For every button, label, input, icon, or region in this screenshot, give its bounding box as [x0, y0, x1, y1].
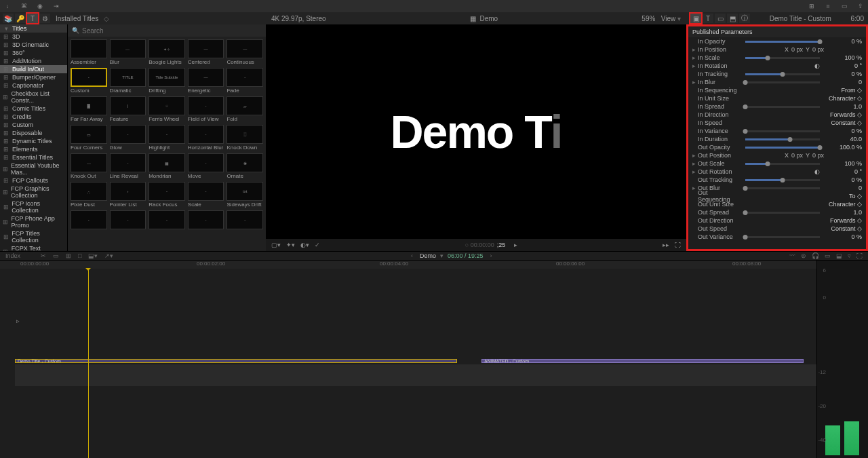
titles-tab[interactable]: T [27, 14, 38, 23]
title-thumbnail[interactable]: - [110, 210, 146, 230]
timeline-clip[interactable]: Demo Title - Custom [15, 359, 457, 363]
title-thumbnail[interactable]: Title SubtitleDrifting [149, 68, 185, 94]
view-menu[interactable]: View [661, 15, 676, 22]
title-thumbnail[interactable]: -Custom [71, 68, 107, 94]
timeline-view-tool[interactable]: ▿ [848, 252, 851, 259]
sidebar-item[interactable]: ⊞FCP Callouts [0, 176, 67, 185]
inspector-tab-share[interactable]: ⬒ [727, 14, 738, 23]
inspector-section-header[interactable]: Published Parameters [688, 26, 866, 37]
parameter-row[interactable]: ▸In PositionX0 pxY0 px [688, 45, 866, 54]
title-thumbnail[interactable]: ∴Pixie Dust [71, 182, 107, 208]
sidebar-item[interactable]: ⊞Disposable [0, 129, 67, 137]
title-thumbnail[interactable]: -Highlight [149, 125, 185, 151]
sidebar-item[interactable]: ⊞3D Cinematic [0, 41, 67, 49]
timeline-next[interactable]: › [490, 252, 492, 259]
sidebar-item[interactable]: ⊞Comic Titles [0, 104, 67, 113]
timeline-tracks[interactable]: Demo Title - CustomANIMATED - Custom [0, 269, 816, 458]
parameter-row[interactable]: In SpeedConstant ◇ [688, 119, 866, 127]
parameter-row[interactable]: Out Unit SizeCharacter ◇ [688, 200, 866, 208]
parameter-row[interactable]: In SequencingFrom ◇ [688, 86, 866, 94]
timeline-tool[interactable]: ✂ [41, 252, 46, 259]
zoom-level[interactable]: 59% [642, 15, 655, 22]
title-thumbnail[interactable]: txtSideways Drift [226, 182, 263, 208]
title-thumbnail[interactable]: —Centered [188, 39, 224, 65]
title-thumbnail[interactable]: ✦✧Boogie Lights [149, 39, 185, 65]
timeline-tool[interactable]: ⬓▾ [88, 252, 98, 259]
title-thumbnail[interactable]: - [71, 210, 107, 230]
playhead[interactable] [88, 269, 89, 458]
sidebar-item[interactable]: ⊞FCPX Text Messaging [0, 244, 67, 251]
parameter-row[interactable]: ▸Out Scale100 % [688, 159, 866, 168]
timeline-main[interactable]: 00:00:00:0000:00:02:0000:00:04:0000:00:0… [0, 261, 816, 458]
sidebar-item[interactable]: ⊞Custom [0, 121, 67, 129]
title-thumbnail[interactable]: ▦Mondrian [149, 153, 185, 179]
parameter-row[interactable]: In Opacity0 % [688, 37, 866, 45]
parameter-row[interactable]: Out SequencingTo ◇ [688, 192, 866, 200]
title-thumbnail[interactable]: ▭Four Corners [71, 125, 107, 151]
sidebar-item[interactable]: ⊞Bumper/Opener [0, 73, 67, 81]
viewer-tool[interactable]: ✦▾ [286, 242, 295, 248]
parameter-row[interactable]: Out Variance0 % [688, 233, 866, 241]
title-thumbnail[interactable]: ⋯Knock Out [71, 153, 107, 179]
sidebar-item[interactable]: ⊞FCP Phone App Promo [0, 214, 67, 229]
parameter-row[interactable]: Out Spread1.0 [688, 208, 866, 216]
title-thumbnail[interactable]: |Feature [110, 96, 146, 122]
title-thumbnail[interactable]: ▱Fold [226, 96, 263, 122]
sidebar-item[interactable]: ⊞FCP Titles Collection [0, 229, 67, 244]
sidebar-item[interactable]: ⊞AddMotion [0, 57, 67, 65]
title-thumbnail[interactable]: - [149, 210, 185, 230]
title-thumbnail[interactable]: —Continuous [226, 39, 263, 65]
play-button[interactable]: ▸ [514, 242, 517, 248]
title-thumbnail[interactable]: -Rack Focus [149, 182, 185, 208]
timeline-clip[interactable]: ANIMATED - Custom [481, 359, 804, 363]
parameter-row[interactable]: In DirectionForwards ◇ [688, 111, 866, 119]
timeline-tool[interactable]: ▭ [53, 252, 59, 259]
title-thumbnail[interactable]: ○Ferris Wheel [149, 96, 185, 122]
generators-tab[interactable]: ⚙ [39, 14, 50, 23]
timeline-view-tool[interactable]: 〰 [789, 252, 795, 259]
index-button[interactable]: Index [5, 252, 20, 259]
title-thumbnail[interactable]: —Energetic [188, 68, 224, 94]
inspector-tab-generator[interactable]: ▭ [715, 14, 726, 23]
browser-title-disclosure-icon[interactable]: ◇ [104, 15, 109, 22]
timeline-view-tool[interactable]: ⬓ [836, 252, 842, 259]
title-thumbnail[interactable]: Assembler [71, 39, 107, 65]
title-thumbnail[interactable]: -Fade [226, 68, 263, 94]
timeline-ruler[interactable]: 00:00:00:0000:00:02:0000:00:04:0000:00:0… [0, 261, 816, 269]
library-tab[interactable]: 📚 [3, 14, 14, 23]
timeline-project-name[interactable]: Demo [420, 252, 436, 259]
title-thumbnail[interactable]: TITLEDramatic [110, 68, 146, 94]
keyword-icon[interactable]: ⌘ [19, 1, 28, 11]
timeline-tool[interactable]: ⊞ [66, 252, 71, 259]
timecode-value[interactable]: ;25 [497, 242, 506, 248]
inspector-tab-info[interactable]: ⓘ [739, 14, 750, 23]
inspector-tab-text[interactable]: T [703, 14, 713, 23]
viewer-tool[interactable]: ✓ [315, 242, 320, 248]
export-icon[interactable]: ⇥ [52, 1, 61, 11]
list-view-icon[interactable]: ≡ [823, 1, 833, 11]
title-thumbnail[interactable]: -Field of View [188, 96, 224, 122]
timeline-view-tool[interactable]: ▭ [825, 252, 831, 259]
parameter-row[interactable]: Out Tracking0 % [688, 176, 866, 184]
parameter-row[interactable]: In Tracking0 % [688, 70, 866, 78]
title-thumbnail[interactable]: -Horizontal Blur [188, 125, 224, 151]
parameter-row[interactable]: Out SpeedConstant ◇ [688, 225, 866, 233]
sidebar-heading[interactable]: ▾Titles [0, 24, 67, 33]
parameter-row[interactable]: Out DirectionForwards ◇ [688, 216, 866, 225]
parameter-row[interactable]: In Spread1.0 [688, 102, 866, 111]
background-icon[interactable]: ◉ [35, 1, 45, 11]
sidebar-item[interactable]: ⊞Elements [0, 145, 67, 153]
title-thumbnail[interactable]: -Glow [110, 125, 146, 151]
parameter-row[interactable]: ▸Out PositionX0 pxY0 px [688, 151, 866, 159]
viewer-canvas[interactable]: Demo Ti [269, 27, 684, 236]
photos-tab[interactable]: 🔑 [15, 14, 26, 23]
clip-view-icon[interactable]: ▭ [840, 1, 849, 11]
viewer-tool[interactable]: ⛶ [675, 242, 681, 248]
inspector-tab-video[interactable]: ▣ [690, 14, 701, 23]
title-thumbnail[interactable]: ⋯Blur [110, 39, 146, 65]
timeline-view-tool[interactable]: ⛶ [856, 252, 863, 259]
parameter-row[interactable]: In Duration40.0 [688, 135, 866, 143]
audio-track[interactable] [15, 364, 816, 386]
sidebar-item[interactable]: ⊞Build In/Out [0, 65, 67, 73]
sidebar-item[interactable]: ⊞FCP Icons Collection [0, 199, 67, 214]
